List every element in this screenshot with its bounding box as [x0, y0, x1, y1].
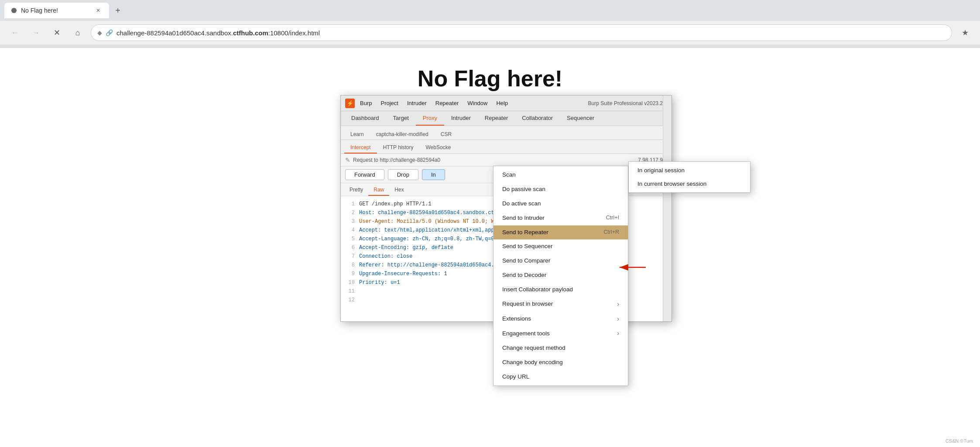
burp-version: Burp Suite Professional v2023.2.2	[588, 100, 667, 106]
subtab-learn[interactable]: Learn	[344, 130, 370, 140]
proxytab-websocket[interactable]: WebSocke	[420, 143, 457, 154]
drop-button[interactable]: Drop	[388, 169, 418, 180]
request-target: Request to http://challenge-882594a0	[353, 157, 440, 163]
submenu-current-session[interactable]: In current browser session	[629, 177, 750, 191]
viewtab-raw[interactable]: Raw	[368, 185, 389, 196]
proxytab-intercept[interactable]: Intercept	[344, 143, 377, 154]
ctx-extensions[interactable]: Extensions ›	[493, 312, 628, 327]
ctx-active-scan[interactable]: Do active scan	[493, 197, 628, 211]
burp-sub-tabs: Learn captcha-killer-modified CSR	[341, 126, 672, 140]
burp-proxy-tabs: Intercept HTTP history WebSocke	[341, 140, 672, 154]
ctx-change-encoding[interactable]: Change body encoding	[493, 355, 628, 370]
proxytab-http-history[interactable]: HTTP history	[377, 143, 420, 154]
subtab-captcha[interactable]: captcha-killer-modified	[370, 130, 435, 140]
watermark: CS&N ©Tum	[946, 438, 973, 444]
address-text: challenge-882594a01d650ac4.sandbox.ctfhu…	[117, 29, 320, 37]
tab-collaborator[interactable]: Collaborator	[515, 112, 560, 126]
ctx-send-decoder[interactable]: Send to Decoder	[493, 268, 628, 283]
reload-stop-button[interactable]: ✕	[49, 25, 65, 41]
pencil-icon: ✎	[345, 157, 350, 164]
intercept-button[interactable]: In	[422, 169, 445, 180]
ctx-send-repeater[interactable]: Send to Repeater Ctrl+R	[493, 225, 628, 240]
ctx-send-comparer[interactable]: Send to Comparer	[493, 254, 628, 268]
page-title: No Flag here!	[418, 65, 562, 92]
forward-button[interactable]: Forward	[345, 169, 384, 180]
burp-menu-bar: ⚡ Burp Project Intruder Repeater Window …	[341, 96, 672, 111]
menu-intruder[interactable]: Intruder	[404, 99, 430, 107]
menu-window[interactable]: Window	[464, 99, 491, 107]
tab-bar: No Flag here! ✕ +	[0, 0, 980, 21]
nav-bar: ← → ✕ ⌂ ◆ 🔗 challenge-882594a01d650ac4.s…	[0, 21, 980, 44]
tab-intruder[interactable]: Intruder	[444, 112, 478, 126]
ctx-change-method[interactable]: Change request method	[493, 341, 628, 355]
home-button[interactable]: ⌂	[70, 25, 86, 41]
ctx-insert-collaborator[interactable]: Insert Collaborator payload	[493, 283, 628, 297]
new-tab-button[interactable]: +	[111, 3, 125, 17]
menu-repeater[interactable]: Repeater	[432, 99, 462, 107]
ctx-request-in-browser[interactable]: Request in browser ›	[493, 297, 628, 312]
burp-icon: ⚡	[345, 99, 355, 108]
tab-target[interactable]: Target	[386, 112, 416, 126]
shield-icon: 🔗	[106, 29, 113, 36]
request-in-browser-submenu: In original session In current browser s…	[628, 161, 750, 193]
tab-close-button[interactable]: ✕	[94, 7, 102, 14]
back-button[interactable]: ←	[7, 25, 23, 41]
subtab-csr[interactable]: CSR	[435, 130, 458, 140]
tab-proxy[interactable]: Proxy	[416, 112, 444, 126]
ctx-scan[interactable]: Scan	[493, 168, 628, 182]
arrow-decoration	[615, 261, 650, 276]
browser-chrome: No Flag here! ✕ + ← → ✕ ⌂ ◆ 🔗 challenge-…	[0, 0, 980, 48]
ctx-send-intruder[interactable]: Send to Intruder Ctrl+I	[493, 211, 628, 225]
security-icon: ◆	[97, 29, 102, 36]
bookmark-button[interactable]: ★	[957, 25, 973, 41]
right-panel: ≡	[663, 96, 672, 321]
tab-repeater[interactable]: Repeater	[478, 112, 515, 126]
menu-help[interactable]: Help	[493, 99, 511, 107]
viewtab-hex[interactable]: Hex	[389, 185, 409, 196]
address-bar[interactable]: ◆ 🔗 challenge-882594a01d650ac4.sandbox.c…	[91, 24, 952, 41]
tab-favicon	[11, 8, 17, 13]
menu-burp[interactable]: Burp	[356, 99, 375, 107]
forward-button[interactable]: →	[28, 25, 44, 41]
ctx-passive-scan[interactable]: Do passive scan	[493, 182, 628, 197]
ctx-engagement-tools[interactable]: Engagement tools ›	[493, 326, 628, 341]
tab-dashboard[interactable]: Dashboard	[344, 112, 386, 126]
context-menu: Scan Do passive scan Do active scan Send…	[493, 166, 628, 386]
ctx-send-sequencer[interactable]: Send to Sequencer	[493, 239, 628, 254]
tab-sequencer[interactable]: Sequencer	[560, 112, 601, 126]
submenu-original-session[interactable]: In original session	[629, 164, 750, 177]
menu-project[interactable]: Project	[377, 99, 401, 107]
tab-title: No Flag here!	[21, 7, 90, 14]
ctx-copy-url[interactable]: Copy URL	[493, 370, 628, 384]
viewtab-pretty[interactable]: Pretty	[344, 185, 368, 196]
burp-main-tabs: Dashboard Target Proxy Intruder Repeater…	[341, 111, 672, 126]
request-header-bar: ✎ Request to http://challenge-882594a0 7…	[341, 154, 672, 167]
browser-tab[interactable]: No Flag here! ✕	[4, 3, 109, 18]
